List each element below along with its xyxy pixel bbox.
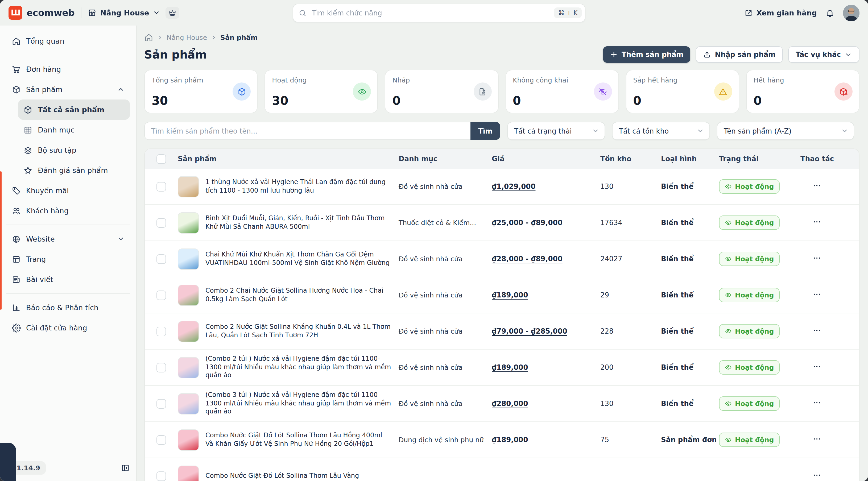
warning-icon [719, 87, 728, 96]
more-icon [812, 434, 822, 444]
product-name-link[interactable]: Bình Xịt Đuổi Muỗi, Gián, Kiến, Ruồi - X… [206, 215, 391, 231]
row-actions-menu[interactable] [800, 325, 859, 337]
sidebar-item-san-pham[interactable]: Sản phẩm [6, 79, 130, 99]
eye-icon [725, 182, 732, 191]
sidebar-item-danh-muc[interactable]: Danh mục [18, 120, 130, 140]
product-name-link[interactable]: Combo 2 Nước Giặt Sollina Kháng Khuẩn 0.… [206, 323, 391, 340]
sidebar-item-website[interactable]: Website [6, 229, 130, 249]
offscreen-floating-element[interactable] [0, 443, 16, 481]
row-actions-menu[interactable] [800, 253, 859, 265]
product-search-input[interactable] [144, 122, 470, 140]
stat-card-active[interactable]: Hoạt động30 [265, 70, 378, 113]
breadcrumb-store[interactable]: Nắng House [166, 34, 207, 41]
bell-icon[interactable] [826, 8, 834, 17]
search-submit-button[interactable]: Tìm [470, 122, 500, 140]
row-actions-menu[interactable] [800, 361, 859, 373]
column-header-product[interactable]: Sản phẩm [178, 155, 399, 163]
globe-icon [12, 234, 21, 244]
avatar[interactable] [843, 4, 860, 21]
stat-label: Sắp hết hàng [633, 76, 732, 84]
row-actions-menu[interactable] [800, 289, 859, 301]
ecomweb-logo-icon[interactable]: Ш [8, 6, 22, 20]
import-product-button[interactable]: Nhập sản phẩm [695, 46, 783, 63]
row-actions-menu[interactable] [800, 470, 859, 481]
row-checkbox[interactable] [156, 182, 166, 191]
sidebar-item-khach-hang[interactable]: Khách hàng [6, 201, 130, 221]
eye-off-icon [598, 87, 607, 96]
global-search[interactable]: ⌘ + K [293, 3, 585, 22]
column-header-price[interactable]: Giá [492, 155, 600, 163]
product-thumbnail[interactable] [178, 429, 199, 450]
product-thumbnail[interactable] [178, 393, 199, 414]
row-checkbox[interactable] [156, 471, 166, 481]
sidebar-item-trang[interactable]: Trang [6, 249, 130, 269]
select-all-checkbox[interactable] [156, 154, 166, 164]
product-name-link[interactable]: (Combo 2 túi ) Nước xả vải Hygiene đậm đ… [206, 355, 391, 380]
stat-card-draft[interactable]: Nháp0 [385, 70, 498, 113]
sidebar-item-bo-suu-tap[interactable]: Bộ sưu tập [18, 140, 130, 160]
product-thumbnail[interactable] [178, 212, 199, 233]
sidebar-item-bai-viet[interactable]: Bài viết [6, 269, 130, 289]
product-thumbnail[interactable] [178, 465, 199, 481]
chevron-down-icon [153, 9, 160, 17]
sidebar-item-cai-dat[interactable]: Cài đặt cửa hàng [6, 318, 130, 338]
row-actions-menu[interactable] [800, 217, 859, 228]
view-store-link[interactable]: Xem gian hàng [745, 8, 817, 17]
product-thumbnail[interactable] [178, 248, 199, 269]
global-search-input[interactable] [311, 8, 554, 17]
row-actions-menu[interactable] [800, 434, 859, 446]
topbar-divider [81, 7, 82, 18]
product-name-link[interactable]: 1 thùng Nước xả vải Hygiene Thái Lan đậm… [206, 178, 391, 195]
product-thumbnail[interactable] [178, 284, 199, 306]
row-checkbox[interactable] [156, 363, 166, 372]
stock-filter-select[interactable]: Tất cả tồn kho [612, 122, 710, 140]
row-checkbox[interactable] [156, 254, 166, 264]
column-header-category[interactable]: Danh mục [399, 155, 492, 163]
layout-icon [12, 255, 21, 264]
sidebar-item-bao-cao[interactable]: Báo cáo & Phân tích [6, 297, 130, 318]
sidebar-item-danh-gia-san-pham[interactable]: Đánh giá sản phẩm [18, 160, 130, 181]
row-checkbox[interactable] [156, 326, 166, 336]
column-header-type[interactable]: Loại hình [661, 155, 719, 163]
sidebar-item-tong-quan[interactable]: Tổng quan [6, 31, 130, 51]
sidebar-item-tat-ca-san-pham[interactable]: Tất cả sản phẩm [18, 99, 130, 120]
store-selector[interactable]: Nắng House [88, 8, 160, 17]
more-tasks-button[interactable]: Tác vụ khác [788, 46, 860, 63]
chevron-down-icon [841, 127, 848, 135]
product-thumbnail[interactable] [178, 321, 199, 342]
product-thumbnail[interactable] [178, 176, 199, 197]
product-name-link[interactable]: Combo Nước Giặt Đồ Lót Sollina Thơm Lâu … [206, 472, 359, 480]
sort-select[interactable]: Tên sản phẩm (A-Z) [717, 122, 854, 140]
product-thumbnail[interactable] [178, 357, 199, 378]
product-name-link[interactable]: (Combo 3 túi ) Nước xả vải Hygiene đậm đ… [206, 391, 391, 416]
more-icon [812, 289, 822, 299]
upload-icon [703, 51, 711, 59]
product-name-link[interactable]: Chai Khử Mùi Khử Khuẩn Xịt Thơm Chăn Ga … [206, 251, 391, 267]
collapse-sidebar-icon[interactable] [121, 463, 130, 473]
row-checkbox[interactable] [156, 435, 166, 445]
row-actions-menu[interactable] [800, 398, 859, 410]
product-name-link[interactable]: Combo Nước Giặt Đồ Lót Sollina Thơm Lâu … [206, 431, 391, 448]
stat-card-private[interactable]: Không công khai0 [505, 70, 619, 113]
sidebar-item-don-hang[interactable]: Đơn hàng [6, 59, 130, 79]
row-checkbox[interactable] [156, 218, 166, 227]
chevron-right-icon [157, 35, 163, 40]
row-checkbox[interactable] [156, 290, 166, 300]
sidebar-submenu: Tất cả sản phẩmDanh mụcBộ sưu tậpĐánh gi… [6, 99, 130, 181]
chevron-up-icon [117, 86, 125, 93]
sidebar: Tổng quanĐơn hàngSản phẩmTất cả sản phẩm… [0, 26, 137, 481]
home-icon[interactable] [144, 33, 153, 42]
sidebar-item-khuyen-mai[interactable]: Khuyến mãi [6, 181, 130, 201]
stat-card-low-stock[interactable]: Sắp hết hàng0 [626, 70, 739, 113]
add-product-button[interactable]: Thêm sản phẩm [603, 46, 690, 63]
stat-card-out-of-stock[interactable]: Hết hàng0 [746, 70, 860, 113]
column-header-status[interactable]: Trạng thái [719, 155, 800, 163]
row-actions-menu[interactable] [800, 181, 859, 192]
left-scrollbar-thumb[interactable] [0, 171, 2, 310]
row-checkbox[interactable] [156, 399, 166, 408]
status-filter-select[interactable]: Tất cả trạng thái [507, 122, 605, 140]
plan-badge[interactable] [165, 7, 179, 19]
stat-card-total[interactable]: Tổng sản phẩm30 [144, 70, 257, 113]
column-header-stock[interactable]: Tồn kho [600, 155, 661, 163]
product-name-link[interactable]: Combo 2 Chai Nước Giặt Sollina Hương Nướ… [206, 287, 391, 303]
